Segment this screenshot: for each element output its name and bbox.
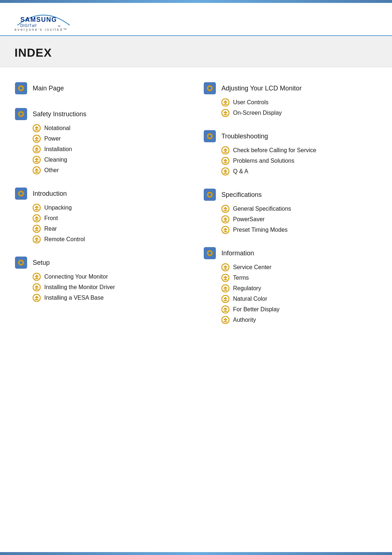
sub-label-notational: Notational bbox=[44, 125, 70, 131]
sub-item-powersaver[interactable]: PowerSaver bbox=[221, 215, 377, 223]
section-safety: Safety Instructions Notational bbox=[15, 108, 189, 174]
sub-item-connecting-monitor[interactable]: Connecting Your Monitor bbox=[33, 273, 189, 281]
information-sub-items: Service Center Terms bbox=[221, 263, 377, 324]
sub-label-qna: Q & A bbox=[233, 168, 248, 175]
main-content: Main Page Safety Instructions bbox=[0, 74, 392, 344]
troubleshooting-icon bbox=[203, 130, 216, 143]
svg-text:SAMSUNG: SAMSUNG bbox=[20, 16, 57, 23]
svg-point-23 bbox=[20, 261, 23, 264]
logo: SAMSUNG DIGITall TM everyone's invited™ bbox=[15, 9, 377, 32]
introduction-label: Introduction bbox=[33, 190, 67, 198]
sub-item-qna[interactable]: Q & A bbox=[221, 167, 377, 175]
main-item-specifications[interactable]: Specifications bbox=[203, 188, 377, 201]
sub-item-regulatory[interactable]: Regulatory bbox=[221, 284, 377, 292]
adjusting-label: Adjusting Your LCD Monitor bbox=[221, 85, 302, 92]
sub-label-other: Other bbox=[44, 167, 59, 174]
right-column: Adjusting Your LCD Monitor User Controls bbox=[196, 82, 377, 337]
sub-icon-user-controls bbox=[221, 98, 229, 106]
sub-item-rear[interactable]: Rear bbox=[33, 225, 189, 233]
sub-item-better-display[interactable]: For Better Display bbox=[221, 305, 377, 313]
sub-item-osd[interactable]: On-Screen Display bbox=[221, 109, 377, 117]
sub-icon-better-display bbox=[221, 305, 229, 313]
sub-icon-powersaver bbox=[221, 215, 229, 223]
sub-label-power: Power bbox=[44, 135, 61, 142]
troubleshooting-sub-items: Check before Calling for Service Problem… bbox=[221, 146, 377, 175]
safety-sub-items: Notational Power bbox=[33, 124, 189, 174]
sub-icon-service-center bbox=[221, 263, 229, 271]
sub-item-authority[interactable]: Authority bbox=[221, 316, 377, 324]
introduction-icon bbox=[15, 187, 28, 200]
sub-icon-other bbox=[33, 166, 41, 174]
sub-item-notational[interactable]: Notational bbox=[33, 124, 189, 132]
sub-label-front: Front bbox=[44, 215, 58, 222]
setup-icon bbox=[15, 256, 28, 269]
sub-label-problems-solutions: Problems and Solutions bbox=[233, 158, 294, 164]
bottom-bar bbox=[0, 552, 392, 555]
sub-label-terms: Terms bbox=[233, 275, 249, 281]
setup-label: Setup bbox=[33, 259, 50, 267]
main-item-adjusting[interactable]: Adjusting Your LCD Monitor bbox=[203, 82, 377, 95]
sub-label-general-specs: General Specifications bbox=[233, 206, 291, 212]
svg-point-46 bbox=[208, 252, 211, 255]
section-troubleshooting: Troubleshooting Check before Calling for… bbox=[203, 130, 377, 175]
specifications-label: Specifications bbox=[221, 191, 262, 199]
sub-item-service-center[interactable]: Service Center bbox=[221, 263, 377, 271]
safety-label: Safety Instructions bbox=[33, 110, 86, 118]
sub-label-installing-driver: Installing the Monitor Driver bbox=[44, 284, 115, 291]
sub-item-terms[interactable]: Terms bbox=[221, 274, 377, 282]
sub-item-remote-control[interactable]: Remote Control bbox=[33, 235, 189, 243]
sub-icon-installing-driver bbox=[33, 283, 41, 291]
sub-label-installing-vesa: Installing a VESA Base bbox=[44, 295, 104, 301]
sub-item-power[interactable]: Power bbox=[33, 135, 189, 143]
safety-icon bbox=[15, 108, 28, 121]
specifications-sub-items: General Specifications PowerSaver bbox=[221, 205, 377, 234]
sub-icon-notational bbox=[33, 124, 41, 132]
svg-text:TM: TM bbox=[57, 25, 60, 27]
sub-item-installation[interactable]: Installation bbox=[33, 145, 189, 153]
sub-label-preset-timing: Preset Timing Modes bbox=[233, 227, 287, 233]
sub-icon-cleaning bbox=[33, 156, 41, 164]
main-item-main-page[interactable]: Main Page bbox=[15, 82, 189, 95]
sub-item-other[interactable]: Other bbox=[33, 166, 189, 174]
sub-icon-front bbox=[33, 214, 41, 222]
sub-item-user-controls[interactable]: User Controls bbox=[221, 98, 377, 106]
main-item-information[interactable]: Information bbox=[203, 247, 377, 260]
sub-label-service-center: Service Center bbox=[233, 264, 271, 271]
information-icon bbox=[203, 247, 216, 260]
sub-icon-regulatory bbox=[221, 284, 229, 292]
main-item-introduction[interactable]: Introduction bbox=[15, 187, 189, 200]
section-main-page: Main Page bbox=[15, 82, 189, 95]
main-item-safety[interactable]: Safety Instructions bbox=[15, 108, 189, 121]
sub-label-installation: Installation bbox=[44, 146, 72, 153]
sub-item-installing-vesa[interactable]: Installing a VESA Base bbox=[33, 294, 189, 302]
sub-label-better-display: For Better Display bbox=[233, 306, 279, 313]
main-item-troubleshooting[interactable]: Troubleshooting bbox=[203, 130, 377, 143]
setup-sub-items: Connecting Your Monitor Installing the M… bbox=[33, 273, 189, 302]
sub-icon-authority bbox=[221, 316, 229, 324]
sub-icon-general-specs bbox=[221, 205, 229, 213]
title-section: INDEX bbox=[0, 36, 392, 67]
sub-label-powersaver: PowerSaver bbox=[233, 216, 265, 223]
main-item-setup[interactable]: Setup bbox=[15, 256, 189, 269]
sub-icon-problems-solutions bbox=[221, 157, 229, 165]
sub-label-rear: Rear bbox=[44, 226, 57, 232]
sub-item-general-specs[interactable]: General Specifications bbox=[221, 205, 377, 213]
sub-icon-terms bbox=[221, 274, 229, 282]
sub-item-check-service[interactable]: Check before Calling for Service bbox=[221, 146, 377, 154]
sub-item-installing-driver[interactable]: Installing the Monitor Driver bbox=[33, 283, 189, 291]
sub-item-front[interactable]: Front bbox=[33, 214, 189, 222]
adjusting-sub-items: User Controls On-Screen Display bbox=[221, 98, 377, 117]
sub-item-natural-color[interactable]: Natural Color bbox=[221, 295, 377, 303]
sub-item-unpacking[interactable]: Unpacking bbox=[33, 204, 189, 212]
sub-icon-connecting-monitor bbox=[33, 273, 41, 281]
sub-label-authority: Authority bbox=[233, 317, 256, 323]
main-page-label: Main Page bbox=[33, 85, 64, 92]
svg-point-40 bbox=[208, 193, 211, 196]
svg-point-29 bbox=[208, 87, 211, 90]
sub-item-cleaning[interactable]: Cleaning bbox=[33, 156, 189, 164]
specifications-icon bbox=[203, 188, 216, 201]
sub-icon-remote-control bbox=[33, 235, 41, 243]
sub-item-preset-timing[interactable]: Preset Timing Modes bbox=[221, 226, 377, 234]
sub-item-problems-solutions[interactable]: Problems and Solutions bbox=[221, 157, 377, 165]
sub-icon-preset-timing bbox=[221, 226, 229, 234]
